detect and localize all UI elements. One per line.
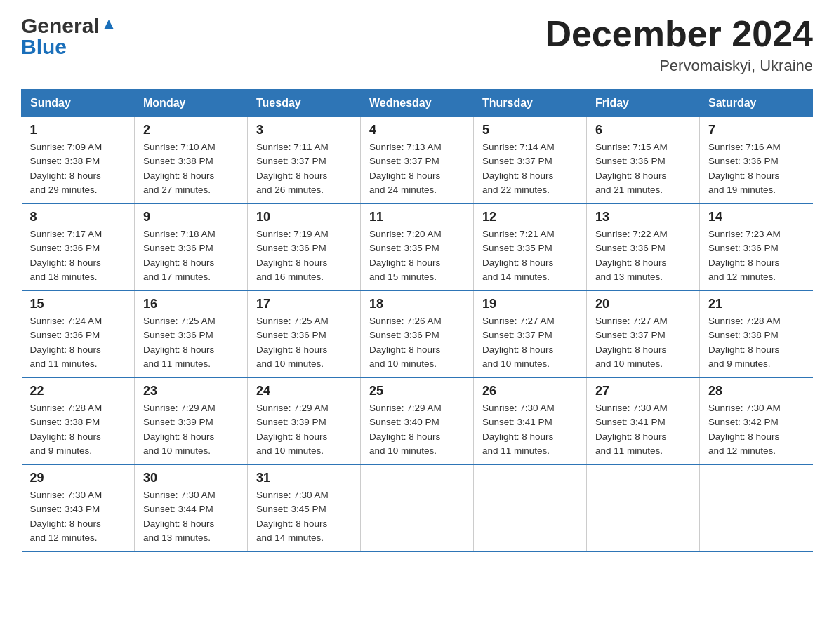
day-number: 15 (30, 297, 126, 311)
col-friday: Friday (587, 90, 700, 117)
day-info: Sunrise: 7:30 AMSunset: 3:42 PMDaylight:… (708, 401, 805, 458)
day-number: 22 (30, 384, 126, 398)
calendar-cell: 21Sunrise: 7:28 AMSunset: 3:38 PMDayligh… (700, 290, 813, 377)
day-number: 25 (369, 384, 465, 398)
col-monday: Monday (135, 90, 248, 117)
day-info: Sunrise: 7:17 AMSunset: 3:36 PMDaylight:… (30, 227, 126, 284)
calendar-cell: 3Sunrise: 7:11 AMSunset: 3:37 PMDaylight… (248, 117, 361, 204)
day-info: Sunrise: 7:28 AMSunset: 3:38 PMDaylight:… (30, 401, 126, 458)
calendar-cell: 22Sunrise: 7:28 AMSunset: 3:38 PMDayligh… (22, 377, 135, 464)
day-number: 23 (143, 384, 239, 398)
header-row: Sunday Monday Tuesday Wednesday Thursday… (22, 90, 813, 117)
day-info: Sunrise: 7:28 AMSunset: 3:38 PMDaylight:… (708, 314, 805, 371)
calendar-table: Sunday Monday Tuesday Wednesday Thursday… (21, 89, 813, 552)
day-number: 13 (595, 210, 691, 224)
calendar-cell: 18Sunrise: 7:26 AMSunset: 3:36 PMDayligh… (361, 290, 474, 377)
day-info: Sunrise: 7:30 AMSunset: 3:41 PMDaylight:… (482, 401, 578, 458)
day-info: Sunrise: 7:23 AMSunset: 3:36 PMDaylight:… (708, 227, 805, 284)
day-info: Sunrise: 7:29 AMSunset: 3:39 PMDaylight:… (143, 401, 239, 458)
day-info: Sunrise: 7:21 AMSunset: 3:35 PMDaylight:… (482, 227, 578, 284)
day-number: 29 (30, 471, 126, 485)
logo-triangle-icon (101, 17, 117, 32)
day-number: 2 (143, 123, 239, 137)
page-header: General Blue December 2024 Pervomaiskyi,… (21, 14, 813, 75)
day-number: 1 (30, 123, 126, 137)
col-wednesday: Wednesday (361, 90, 474, 117)
calendar-cell: 11Sunrise: 7:20 AMSunset: 3:35 PMDayligh… (361, 203, 474, 290)
day-number: 6 (595, 123, 691, 137)
day-number: 24 (256, 384, 352, 398)
calendar-cell (587, 464, 700, 551)
calendar-cell: 19Sunrise: 7:27 AMSunset: 3:37 PMDayligh… (474, 290, 587, 377)
day-number: 11 (369, 210, 465, 224)
day-number: 26 (482, 384, 578, 398)
day-number: 31 (256, 471, 352, 485)
day-number: 16 (143, 297, 239, 311)
day-info: Sunrise: 7:29 AMSunset: 3:39 PMDaylight:… (256, 401, 352, 458)
calendar-week-1: 1Sunrise: 7:09 AMSunset: 3:38 PMDaylight… (22, 117, 813, 204)
day-info: Sunrise: 7:09 AMSunset: 3:38 PMDaylight:… (30, 140, 126, 197)
day-number: 9 (143, 210, 239, 224)
day-info: Sunrise: 7:22 AMSunset: 3:36 PMDaylight:… (595, 227, 691, 284)
day-info: Sunrise: 7:19 AMSunset: 3:36 PMDaylight:… (256, 227, 352, 284)
day-number: 21 (708, 297, 805, 311)
day-info: Sunrise: 7:18 AMSunset: 3:36 PMDaylight:… (143, 227, 239, 284)
day-number: 12 (482, 210, 578, 224)
calendar-cell: 1Sunrise: 7:09 AMSunset: 3:38 PMDaylight… (22, 117, 135, 204)
day-info: Sunrise: 7:25 AMSunset: 3:36 PMDaylight:… (143, 314, 239, 371)
day-info: Sunrise: 7:30 AMSunset: 3:44 PMDaylight:… (143, 488, 239, 545)
day-info: Sunrise: 7:30 AMSunset: 3:41 PMDaylight:… (595, 401, 691, 458)
calendar-cell: 30Sunrise: 7:30 AMSunset: 3:44 PMDayligh… (135, 464, 248, 551)
day-number: 8 (30, 210, 126, 224)
calendar-cell: 12Sunrise: 7:21 AMSunset: 3:35 PMDayligh… (474, 203, 587, 290)
day-number: 5 (482, 123, 578, 137)
day-number: 28 (708, 384, 805, 398)
day-number: 27 (595, 384, 691, 398)
calendar-cell: 29Sunrise: 7:30 AMSunset: 3:43 PMDayligh… (22, 464, 135, 551)
col-saturday: Saturday (700, 90, 813, 117)
day-number: 14 (708, 210, 805, 224)
calendar-cell: 10Sunrise: 7:19 AMSunset: 3:36 PMDayligh… (248, 203, 361, 290)
day-info: Sunrise: 7:14 AMSunset: 3:37 PMDaylight:… (482, 140, 578, 197)
day-info: Sunrise: 7:30 AMSunset: 3:45 PMDaylight:… (256, 488, 352, 545)
day-info: Sunrise: 7:25 AMSunset: 3:36 PMDaylight:… (256, 314, 352, 371)
calendar-cell: 25Sunrise: 7:29 AMSunset: 3:40 PMDayligh… (361, 377, 474, 464)
calendar-cell: 13Sunrise: 7:22 AMSunset: 3:36 PMDayligh… (587, 203, 700, 290)
day-info: Sunrise: 7:27 AMSunset: 3:37 PMDaylight:… (482, 314, 578, 371)
calendar-cell: 28Sunrise: 7:30 AMSunset: 3:42 PMDayligh… (700, 377, 813, 464)
day-info: Sunrise: 7:24 AMSunset: 3:36 PMDaylight:… (30, 314, 126, 371)
calendar-cell: 8Sunrise: 7:17 AMSunset: 3:36 PMDaylight… (22, 203, 135, 290)
logo-general-text: General (21, 14, 100, 38)
col-sunday: Sunday (22, 90, 135, 117)
calendar-cell: 26Sunrise: 7:30 AMSunset: 3:41 PMDayligh… (474, 377, 587, 464)
day-info: Sunrise: 7:10 AMSunset: 3:38 PMDaylight:… (143, 140, 239, 197)
day-number: 17 (256, 297, 352, 311)
day-info: Sunrise: 7:15 AMSunset: 3:36 PMDaylight:… (595, 140, 691, 197)
calendar-cell: 23Sunrise: 7:29 AMSunset: 3:39 PMDayligh… (135, 377, 248, 464)
calendar-cell: 16Sunrise: 7:25 AMSunset: 3:36 PMDayligh… (135, 290, 248, 377)
day-info: Sunrise: 7:13 AMSunset: 3:37 PMDaylight:… (369, 140, 465, 197)
logo: General Blue (21, 14, 117, 59)
calendar-week-5: 29Sunrise: 7:30 AMSunset: 3:43 PMDayligh… (22, 464, 813, 551)
calendar-cell: 20Sunrise: 7:27 AMSunset: 3:37 PMDayligh… (587, 290, 700, 377)
calendar-header: Sunday Monday Tuesday Wednesday Thursday… (22, 90, 813, 117)
calendar-cell: 14Sunrise: 7:23 AMSunset: 3:36 PMDayligh… (700, 203, 813, 290)
day-number: 18 (369, 297, 465, 311)
day-number: 20 (595, 297, 691, 311)
day-info: Sunrise: 7:27 AMSunset: 3:37 PMDaylight:… (595, 314, 691, 371)
day-info: Sunrise: 7:26 AMSunset: 3:36 PMDaylight:… (369, 314, 465, 371)
calendar-cell: 5Sunrise: 7:14 AMSunset: 3:37 PMDaylight… (474, 117, 587, 204)
title-block: December 2024 Pervomaiskyi, Ukraine (545, 14, 813, 75)
calendar-cell: 17Sunrise: 7:25 AMSunset: 3:36 PMDayligh… (248, 290, 361, 377)
day-info: Sunrise: 7:11 AMSunset: 3:37 PMDaylight:… (256, 140, 352, 197)
day-info: Sunrise: 7:20 AMSunset: 3:35 PMDaylight:… (369, 227, 465, 284)
calendar-cell: 7Sunrise: 7:16 AMSunset: 3:36 PMDaylight… (700, 117, 813, 204)
calendar-cell: 9Sunrise: 7:18 AMSunset: 3:36 PMDaylight… (135, 203, 248, 290)
svg-marker-0 (104, 20, 114, 29)
day-info: Sunrise: 7:30 AMSunset: 3:43 PMDaylight:… (30, 488, 126, 545)
calendar-cell (700, 464, 813, 551)
calendar-cell (361, 464, 474, 551)
day-number: 3 (256, 123, 352, 137)
calendar-cell: 2Sunrise: 7:10 AMSunset: 3:38 PMDaylight… (135, 117, 248, 204)
calendar-cell: 6Sunrise: 7:15 AMSunset: 3:36 PMDaylight… (587, 117, 700, 204)
